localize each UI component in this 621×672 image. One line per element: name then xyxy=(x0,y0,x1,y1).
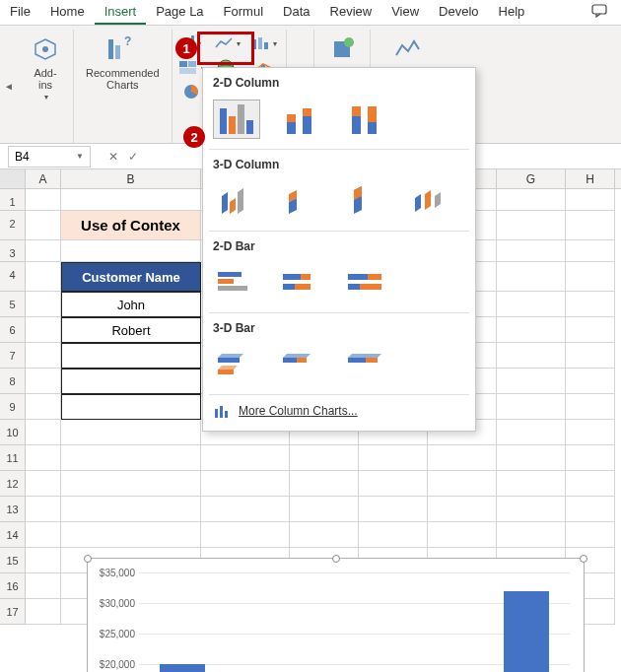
svg-rect-11 xyxy=(179,68,196,74)
name-box[interactable]: B4▼ xyxy=(8,146,91,168)
svg-rect-29 xyxy=(287,122,296,134)
tab-view[interactable]: View xyxy=(381,0,429,25)
svg-rect-34 xyxy=(352,106,361,116)
3d-clustered-column[interactable] xyxy=(213,181,260,221)
recommended-charts-button[interactable]: ? Recommended Charts xyxy=(82,32,164,93)
table-row[interactable] xyxy=(61,343,201,369)
tab-pagelayout[interactable]: Page La xyxy=(146,0,213,25)
svg-rect-55 xyxy=(220,406,223,418)
row-header[interactable]: 7 xyxy=(0,343,26,369)
svg-rect-28 xyxy=(246,120,253,134)
table-row[interactable]: Robert xyxy=(61,317,201,343)
row-header[interactable]: 17 xyxy=(0,599,26,625)
3d-column[interactable] xyxy=(408,181,455,221)
svg-text:?: ? xyxy=(124,35,131,48)
row-header[interactable]: 9 xyxy=(0,394,26,420)
svg-rect-41 xyxy=(301,274,310,280)
svg-rect-10 xyxy=(188,61,196,67)
3d-stacked100-column[interactable] xyxy=(343,181,390,221)
svg-rect-32 xyxy=(303,108,311,116)
tab-file[interactable]: File xyxy=(0,0,40,25)
svg-rect-54 xyxy=(215,409,218,418)
row-header[interactable]: 8 xyxy=(0,369,26,394)
section-2d-column: 2-D Column xyxy=(203,68,475,96)
row-header[interactable]: 15 xyxy=(0,548,26,573)
col-header[interactable]: G xyxy=(497,169,566,188)
tab-review[interactable]: Review xyxy=(320,0,382,25)
svg-rect-7 xyxy=(258,37,262,49)
tab-developer[interactable]: Develo xyxy=(429,0,488,25)
recommended-label: Recommended Charts xyxy=(86,67,160,91)
col-header[interactable]: H xyxy=(566,169,615,188)
svg-rect-45 xyxy=(368,274,381,280)
row-header[interactable]: 4 xyxy=(0,262,26,292)
row-header[interactable]: 6 xyxy=(0,317,26,343)
column-chart-dropdown: 2-D Column 3-D Column 2-D Bar 3-D Bar Mo… xyxy=(202,67,476,432)
addins-button[interactable]: Add- ins ▾ xyxy=(26,32,65,103)
svg-rect-50 xyxy=(283,358,297,363)
embedded-chart[interactable]: $0$5,000$10,000$15,000$20,000$25,000$30,… xyxy=(87,558,585,672)
enter-icon[interactable]: ✓ xyxy=(128,150,138,164)
svg-rect-39 xyxy=(218,286,247,291)
row-header[interactable]: 10 xyxy=(0,420,26,445)
row-header[interactable]: 14 xyxy=(0,522,26,548)
addins-label: Add- ins xyxy=(34,67,56,91)
svg-rect-6 xyxy=(252,39,256,49)
ribbon-scroll-left[interactable]: ◄ xyxy=(0,30,18,143)
table-row[interactable] xyxy=(61,369,201,394)
tab-formulas[interactable]: Formul xyxy=(214,0,273,25)
more-column-charts[interactable]: More Column Charts... xyxy=(203,395,475,427)
svg-rect-27 xyxy=(238,104,244,134)
row-header[interactable]: 12 xyxy=(0,471,26,497)
section-3d-bar: 3-D Bar xyxy=(203,313,475,341)
tab-insert[interactable]: Insert xyxy=(95,0,147,25)
svg-rect-38 xyxy=(218,279,234,284)
svg-rect-40 xyxy=(283,274,301,280)
row-header[interactable]: 16 xyxy=(0,573,26,599)
clustered-bar[interactable] xyxy=(213,263,260,302)
insert-stat-chart-button[interactable]: ▾ xyxy=(250,34,277,53)
stacked100-bar[interactable] xyxy=(343,263,390,302)
ribbon-tabs: File Home Insert Page La Formul Data Rev… xyxy=(0,0,621,26)
svg-rect-53 xyxy=(366,358,378,363)
table-header: Customer Name xyxy=(61,262,201,292)
svg-rect-49 xyxy=(218,370,234,374)
cancel-icon[interactable]: ✕ xyxy=(108,150,118,164)
tab-home[interactable]: Home xyxy=(40,0,95,25)
tab-data[interactable]: Data xyxy=(273,0,319,25)
svg-rect-36 xyxy=(368,106,377,122)
svg-rect-4 xyxy=(115,45,120,59)
row-header[interactable]: 1 xyxy=(0,189,26,211)
tab-help[interactable]: Help xyxy=(489,0,535,25)
svg-rect-9 xyxy=(179,61,187,67)
svg-rect-51 xyxy=(297,358,307,363)
row-header[interactable]: 5 xyxy=(0,292,26,317)
row-header[interactable]: 2 xyxy=(0,211,26,240)
3d-stacked-bar[interactable] xyxy=(278,345,325,384)
stacked-column-option[interactable] xyxy=(278,100,325,139)
row-header[interactable]: 11 xyxy=(0,445,26,471)
clustered-column-option[interactable] xyxy=(213,100,260,139)
3d-stacked-column[interactable] xyxy=(278,181,325,221)
stacked-bar[interactable] xyxy=(278,263,325,302)
svg-rect-37 xyxy=(218,272,242,277)
table-row[interactable] xyxy=(61,394,201,420)
3d-clustered-bar[interactable] xyxy=(213,345,260,384)
insert-column-chart-button[interactable]: ▾ xyxy=(180,34,204,53)
insert-line-chart-button[interactable]: ▾ xyxy=(214,34,241,53)
stacked100-column-option[interactable] xyxy=(343,100,390,139)
3d-stacked100-bar[interactable] xyxy=(343,345,390,384)
svg-rect-26 xyxy=(229,116,236,134)
row-header[interactable]: 13 xyxy=(0,497,26,522)
table-row[interactable]: John xyxy=(61,292,201,317)
svg-rect-30 xyxy=(287,114,296,122)
select-all[interactable] xyxy=(0,169,26,188)
col-header[interactable]: A xyxy=(26,169,61,188)
chevron-down-icon: ▾ xyxy=(44,93,48,101)
row-header[interactable]: 3 xyxy=(0,240,26,262)
svg-point-24 xyxy=(344,37,354,47)
insert-hierarchy-chart-button[interactable]: ▾ xyxy=(178,59,205,77)
comments-icon[interactable] xyxy=(582,0,621,25)
col-header[interactable]: B xyxy=(61,169,201,188)
svg-rect-0 xyxy=(592,5,606,14)
